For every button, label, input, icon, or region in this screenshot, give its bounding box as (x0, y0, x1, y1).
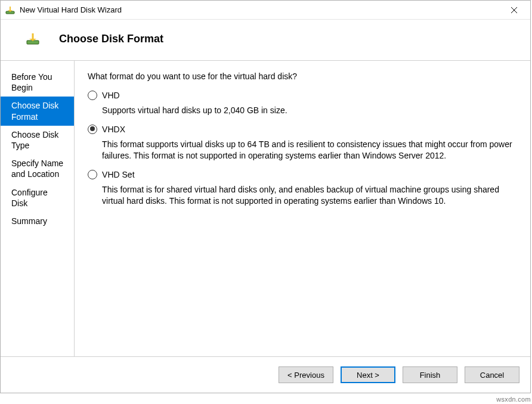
step-summary[interactable]: Summary (1, 212, 74, 230)
previous-button[interactable]: < Previous (279, 366, 333, 383)
option-vhdx: VHDX This format supports virtual disks … (88, 123, 517, 161)
radio-label-vhd: VHD (102, 91, 120, 100)
radio-vhd[interactable] (88, 91, 97, 100)
option-vhd: VHD Supports virtual hard disks up to 2,… (88, 89, 517, 116)
wizard-window: New Virtual Hard Disk Wizard Choose Disk… (0, 0, 531, 393)
titlebar: New Virtual Hard Disk Wizard (1, 1, 530, 20)
disk-wizard-icon (5, 5, 15, 15)
step-before-you-begin[interactable]: Before You Begin (1, 68, 74, 97)
svg-rect-6 (32, 33, 34, 39)
step-choose-disk-type[interactable]: Choose Disk Type (1, 126, 74, 154)
radio-row-vhdx[interactable]: VHDX (88, 123, 517, 135)
step-specify-name-location[interactable]: Specify Name and Location (1, 154, 74, 183)
cancel-button[interactable]: Cancel (465, 366, 519, 383)
close-icon (511, 7, 518, 14)
option-vhdset: VHD Set This format is for shared virtua… (88, 169, 517, 207)
svg-rect-1 (10, 7, 11, 10)
finish-button[interactable]: Finish (403, 366, 457, 383)
radio-row-vhdset[interactable]: VHD Set (88, 169, 517, 181)
radio-row-vhd[interactable]: VHD (88, 89, 517, 101)
desc-vhd: Supports virtual hard disks up to 2,040 … (102, 105, 517, 116)
desc-vhdx: This format supports virtual disks up to… (102, 139, 517, 161)
main-panel: What format do you want to use for the v… (75, 61, 530, 356)
disk-wizard-icon (26, 32, 40, 46)
window-title: New Virtual Hard Disk Wizard (20, 5, 500, 14)
page-title: Choose Disk Format (59, 33, 163, 45)
wizard-header: Choose Disk Format (1, 20, 530, 60)
close-button[interactable] (500, 1, 528, 19)
radio-label-vhdx: VHDX (102, 125, 125, 134)
radio-label-vhdset: VHD Set (102, 170, 134, 179)
prompt-text: What format do you want to use for the v… (88, 72, 517, 81)
radio-vhdset[interactable] (88, 170, 97, 179)
step-configure-disk[interactable]: Configure Disk (1, 184, 74, 212)
desc-vhdset: This format is for shared virtual hard d… (102, 184, 517, 207)
wizard-footer: < Previous Next > Finish Cancel (1, 356, 530, 393)
watermark: wsxdn.com (496, 396, 531, 403)
content-area: Before You Begin Choose Disk Format Choo… (1, 61, 530, 356)
step-choose-disk-format[interactable]: Choose Disk Format (1, 97, 74, 125)
wizard-steps: Before You Begin Choose Disk Format Choo… (1, 61, 75, 356)
next-button[interactable]: Next > (341, 366, 395, 383)
radio-vhdx[interactable] (88, 125, 97, 134)
